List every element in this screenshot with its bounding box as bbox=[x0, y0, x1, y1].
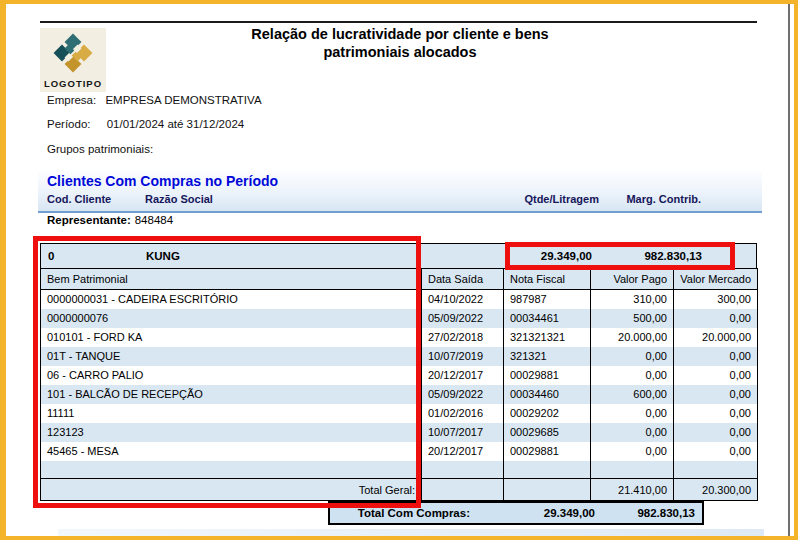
col-qtde-litragem: Qtde/Litragem bbox=[524, 193, 599, 205]
total-com-compras-label: Total Com Compras: bbox=[330, 507, 470, 519]
empresa-line: Empresa: EMPRESA DEMONSTRATIVA bbox=[47, 94, 262, 106]
total-com-compras-qtde: 29.349,00 bbox=[470, 507, 595, 519]
representante-line: Representante:848484 bbox=[47, 214, 173, 226]
table-cell: 0,00 bbox=[674, 423, 758, 442]
annotation-rectangle-left bbox=[33, 236, 421, 508]
total-geral-valor-mercado: 20.300,00 bbox=[674, 479, 758, 501]
header-valor-mercado: Valor Mercado bbox=[674, 269, 758, 290]
table-cell: 310,00 bbox=[591, 290, 674, 309]
grupos-line: Grupos patrimoniais: bbox=[47, 143, 153, 155]
table-cell: 00034461 bbox=[504, 309, 591, 328]
report-title-line2: patrimoniais alocados bbox=[160, 43, 640, 61]
spacer-cell bbox=[422, 461, 504, 479]
periodo-label: Período: bbox=[47, 118, 90, 130]
table-cell: 0,00 bbox=[674, 366, 758, 385]
report-page: LOGOTIPO Relação de lucratividade por cl… bbox=[0, 0, 798, 540]
table-cell: 0,00 bbox=[674, 404, 758, 423]
table-cell: 04/10/2022 bbox=[422, 290, 504, 309]
section-title: Clientes Com Compras no Período bbox=[47, 173, 278, 189]
company-logo: LOGOTIPO bbox=[40, 28, 106, 92]
table-cell: 10/07/2017 bbox=[422, 423, 504, 442]
table-cell: 600,00 bbox=[591, 385, 674, 404]
table-cell: 20.000,00 bbox=[591, 328, 674, 347]
header-data-saida: Data Saída bbox=[422, 269, 504, 290]
table-cell: 321321321 bbox=[504, 328, 591, 347]
total-geral-empty bbox=[422, 479, 504, 501]
representante-value: 848484 bbox=[135, 214, 173, 226]
section-header-band: Clientes Com Compras no Período Cod. Cli… bbox=[38, 170, 762, 213]
table-cell: 00029202 bbox=[504, 404, 591, 423]
table-cell: 0,00 bbox=[591, 347, 674, 366]
table-cell: 0,00 bbox=[591, 404, 674, 423]
header-valor-pago: Valor Pago bbox=[591, 269, 674, 290]
section-column-headers: Cod. Cliente Razão Social Qtde/Litragem … bbox=[38, 193, 762, 207]
header-divider bbox=[40, 21, 757, 23]
spacer-cell bbox=[504, 461, 591, 479]
table-cell: 0,00 bbox=[674, 442, 758, 461]
table-cell: 300,00 bbox=[674, 290, 758, 309]
annotation-rectangle-values bbox=[505, 242, 735, 270]
total-com-compras-marg: 982.830,13 bbox=[595, 507, 702, 519]
table-cell: 20.000,00 bbox=[674, 328, 758, 347]
table-cell: 0,00 bbox=[674, 385, 758, 404]
representante-label: Representante: bbox=[47, 214, 131, 226]
table-cell: 05/09/2022 bbox=[422, 309, 504, 328]
logo-icon bbox=[51, 31, 95, 75]
table-cell: 0,00 bbox=[674, 347, 758, 366]
table-cell: 987987 bbox=[504, 290, 591, 309]
table-cell: 0,00 bbox=[591, 366, 674, 385]
table-cell: 00029881 bbox=[504, 442, 591, 461]
empresa-label: Empresa: bbox=[47, 94, 96, 106]
spacer-cell bbox=[591, 461, 674, 479]
header-nota-fiscal: Nota Fiscal bbox=[504, 269, 591, 290]
table-cell: 00029881 bbox=[504, 366, 591, 385]
table-cell: 01/02/2016 bbox=[422, 404, 504, 423]
table-cell: 10/07/2019 bbox=[422, 347, 504, 366]
empresa-value: EMPRESA DEMONSTRATIVA bbox=[105, 94, 261, 106]
table-cell: 0,00 bbox=[591, 442, 674, 461]
table-cell: 05/09/2022 bbox=[422, 385, 504, 404]
total-geral-valor-pago: 21.410,00 bbox=[591, 479, 674, 501]
logo-text: LOGOTIPO bbox=[44, 78, 102, 89]
table-cell: 20/12/2017 bbox=[422, 442, 504, 461]
grupos-label: Grupos patrimoniais: bbox=[47, 143, 153, 155]
table-cell: 00029685 bbox=[504, 423, 591, 442]
total-geral-empty bbox=[504, 479, 591, 501]
periodo-value: 01/01/2024 até 31/12/2024 bbox=[107, 118, 245, 130]
report-title-line1: Relação de lucratividade por cliente e b… bbox=[160, 25, 640, 43]
table-cell: 00034460 bbox=[504, 385, 591, 404]
next-section-strip bbox=[58, 529, 764, 536]
col-razao-social: Razão Social bbox=[145, 193, 213, 205]
table-cell: 321321 bbox=[504, 347, 591, 366]
table-cell: 0,00 bbox=[591, 423, 674, 442]
table-cell: 500,00 bbox=[591, 309, 674, 328]
col-marg-contrib: Marg. Contrib. bbox=[626, 193, 701, 205]
table-cell: 20/12/2017 bbox=[422, 366, 504, 385]
spacer-cell bbox=[674, 461, 758, 479]
table-cell: 0,00 bbox=[674, 309, 758, 328]
col-cod-cliente: Cod. Cliente bbox=[47, 193, 111, 205]
window-inner-border bbox=[788, 4, 790, 536]
report-title: Relação de lucratividade por cliente e b… bbox=[160, 25, 640, 61]
periodo-line: Período: 01/01/2024 até 31/12/2024 bbox=[47, 118, 244, 130]
table-cell: 27/02/2018 bbox=[422, 328, 504, 347]
